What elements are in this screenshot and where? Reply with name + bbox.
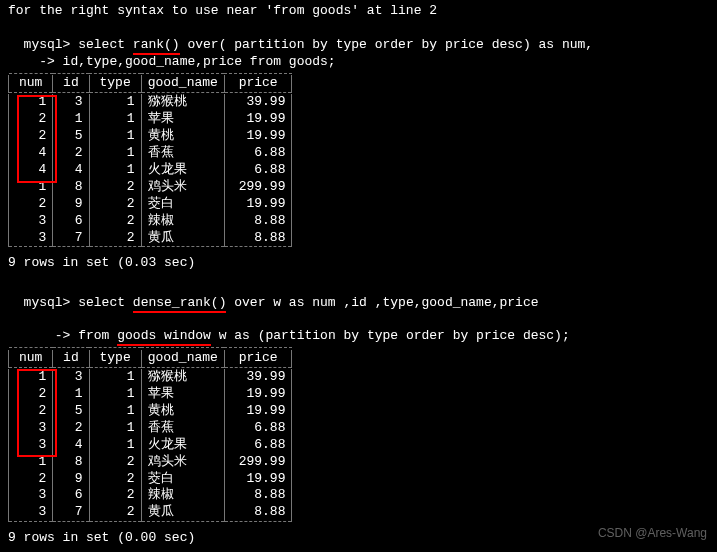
cell-type: 2 — [89, 454, 141, 471]
cell-type: 1 — [89, 94, 141, 111]
cell-type: 1 — [89, 420, 141, 437]
query1-line1: mysql> select rank() over( partition by … — [8, 20, 709, 54]
col-price: price — [224, 350, 292, 367]
col-goodname: good_name — [141, 75, 224, 92]
q1-before: select — [78, 37, 133, 52]
cell-type: 1 — [89, 145, 141, 162]
rank-function: rank() — [133, 37, 180, 55]
cell-type: 1 — [89, 403, 141, 420]
cell-price: 8.88 — [224, 487, 292, 504]
cell-num: 2 — [9, 471, 53, 488]
cell-price: 19.99 — [224, 386, 292, 403]
col-type: type — [89, 350, 141, 367]
cell-type: 2 — [89, 179, 141, 196]
cell-good_name: 黄桃 — [141, 403, 224, 420]
cell-good_name: 火龙果 — [141, 162, 224, 179]
col-goodname: good_name — [141, 350, 224, 367]
status-1: 9 rows in set (0.03 sec) — [8, 255, 709, 272]
cell-price: 8.88 — [224, 230, 292, 247]
cell-good_name: 黄桃 — [141, 128, 224, 145]
table-row: 3 7 2黄瓜 8.88 — [9, 230, 292, 247]
cell-good_name: 茭白 — [141, 196, 224, 213]
cell-num: 3 — [9, 437, 53, 454]
cell-good_name: 香蕉 — [141, 420, 224, 437]
q1-after: over( partition by type order by price d… — [180, 37, 593, 52]
cell-id: 6 — [53, 487, 89, 504]
cell-id: 7 — [53, 504, 89, 521]
cell-num: 1 — [9, 179, 53, 196]
mysql-prompt: mysql> — [24, 295, 79, 310]
cell-good_name: 苹果 — [141, 386, 224, 403]
table-row: 3 2 1香蕉 6.88 — [9, 420, 292, 437]
cell-good_name: 火龙果 — [141, 437, 224, 454]
cell-type: 2 — [89, 487, 141, 504]
cell-id: 8 — [53, 454, 89, 471]
cell-id: 5 — [53, 128, 89, 145]
table-row: 1 8 2鸡头米 299.99 — [9, 454, 292, 471]
table-row: 2 5 1黄桃 19.99 — [9, 403, 292, 420]
cell-id: 3 — [53, 94, 89, 111]
table-row: 3 6 2辣椒 8.88 — [9, 487, 292, 504]
cell-price: 8.88 — [224, 504, 292, 521]
col-id: id — [53, 350, 89, 367]
cell-price: 19.99 — [224, 128, 292, 145]
cell-type: 2 — [89, 471, 141, 488]
cell-num: 2 — [9, 403, 53, 420]
cell-type: 1 — [89, 128, 141, 145]
result-table-2: num id type good_name price 1 3 1猕猴桃 39.… — [8, 347, 292, 523]
cell-type: 2 — [89, 230, 141, 247]
cell-price: 299.99 — [224, 179, 292, 196]
q2-before: select — [78, 295, 133, 310]
table-row: 2 9 2茭白 19.99 — [9, 471, 292, 488]
cell-good_name: 黄瓜 — [141, 504, 224, 521]
col-id: id — [53, 75, 89, 92]
cell-id: 3 — [53, 369, 89, 386]
table-header-row: num id type good_name price — [9, 350, 292, 367]
q2-after: over w as num ,id ,type,good_name,price — [226, 295, 538, 310]
cell-num: 4 — [9, 162, 53, 179]
cell-type: 2 — [89, 196, 141, 213]
cell-num: 1 — [9, 94, 53, 111]
cell-price: 19.99 — [224, 471, 292, 488]
cell-num: 4 — [9, 145, 53, 162]
cell-good_name: 香蕉 — [141, 145, 224, 162]
q2-cont-after: w as (partition by type order by price d… — [211, 328, 570, 343]
mysql-prompt: mysql> — [24, 37, 79, 52]
cell-type: 1 — [89, 162, 141, 179]
watermark: CSDN @Ares-Wang — [598, 526, 707, 542]
table-row: 1 3 1猕猴桃 39.99 — [9, 369, 292, 386]
cell-id: 1 — [53, 386, 89, 403]
cell-good_name: 猕猴桃 — [141, 94, 224, 111]
cell-price: 19.99 — [224, 403, 292, 420]
table-row: 2 1 1苹果 19.99 — [9, 111, 292, 128]
cell-id: 9 — [53, 196, 89, 213]
cell-good_name: 辣椒 — [141, 487, 224, 504]
table-row: 3 7 2黄瓜 8.88 — [9, 504, 292, 521]
cell-num: 3 — [9, 487, 53, 504]
col-type: type — [89, 75, 141, 92]
cell-good_name: 茭白 — [141, 471, 224, 488]
cell-num: 1 — [9, 369, 53, 386]
query1-line2: -> id,type,good_name,price from goods; — [8, 54, 709, 71]
cell-good_name: 辣椒 — [141, 213, 224, 230]
cell-id: 7 — [53, 230, 89, 247]
result-table-2-wrap: num id type good_name price 1 3 1猕猴桃 39.… — [8, 345, 292, 523]
cell-id: 8 — [53, 179, 89, 196]
cell-id: 5 — [53, 403, 89, 420]
error-line: for the right syntax to use near 'from g… — [8, 3, 709, 20]
cell-good_name: 猕猴桃 — [141, 369, 224, 386]
cell-price: 39.99 — [224, 94, 292, 111]
cell-type: 1 — [89, 369, 141, 386]
cell-price: 299.99 — [224, 454, 292, 471]
cell-good_name: 黄瓜 — [141, 230, 224, 247]
cell-price: 6.88 — [224, 145, 292, 162]
result-table-1: num id type good_name price 1 3 1猕猴桃 39.… — [8, 73, 292, 249]
col-num: num — [9, 350, 53, 367]
cell-num: 1 — [9, 454, 53, 471]
goods-window: goods window — [117, 328, 211, 346]
cell-type: 2 — [89, 504, 141, 521]
cell-num: 3 — [9, 504, 53, 521]
cell-price: 19.99 — [224, 196, 292, 213]
cell-id: 1 — [53, 111, 89, 128]
cell-id: 6 — [53, 213, 89, 230]
